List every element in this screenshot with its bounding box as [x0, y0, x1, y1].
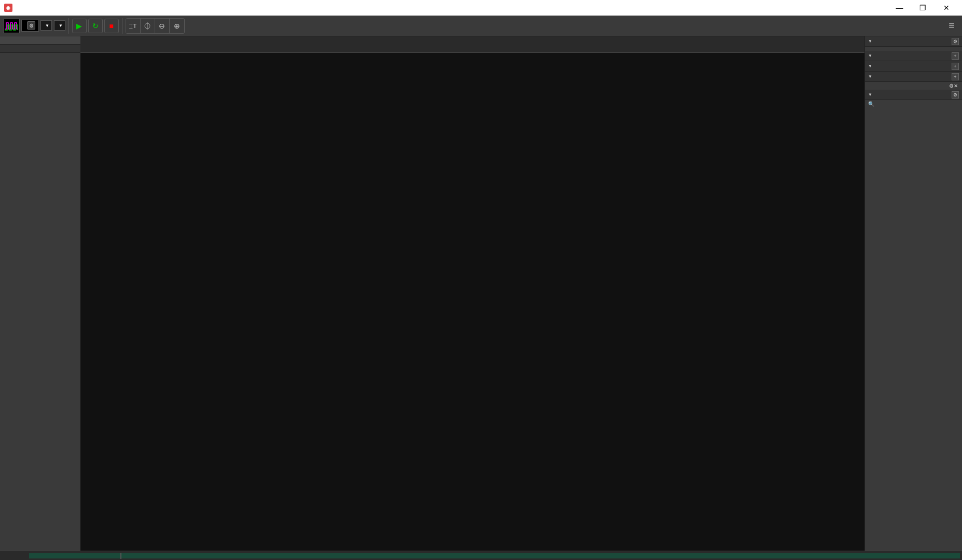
stop-button[interactable]: ■	[104, 19, 119, 33]
analyzers-header[interactable]: ▼ +	[865, 72, 962, 82]
right-sidebar: ▼ ⚙ ▼ + ▼ + ▼ + ⚙ ✕ ▼	[864, 36, 962, 551]
measurements-header[interactable]: ▼ ⚙	[865, 36, 962, 47]
time-ruler[interactable]	[80, 36, 864, 53]
decoded-settings-icon[interactable]: ⚙	[952, 91, 959, 99]
close-button[interactable]: ✕	[934, 0, 958, 16]
timing-markers-header[interactable]: ▼ +	[865, 61, 962, 72]
add-icon[interactable]: +	[952, 52, 959, 60]
zoom-out-button[interactable]: ⊖	[155, 19, 170, 33]
separator	[122, 18, 122, 34]
status-bar	[0, 551, 962, 560]
io-standard-value[interactable]	[0, 45, 80, 53]
collapse-icon: ▼	[868, 92, 872, 97]
results-search: 🔍	[865, 100, 962, 108]
analyzer-row-spi[interactable]: ⚙ ✕	[865, 82, 962, 90]
clock-combo[interactable]: ▼	[54, 20, 65, 31]
search-input[interactable]	[876, 101, 957, 107]
main-area: ▼ ⚙ ▼ + ▼ + ▼ + ⚙ ✕ ▼	[0, 36, 962, 551]
collapse-icon: ▼	[868, 64, 872, 68]
decoded-results-header[interactable]: ▼ ⚙	[865, 90, 962, 100]
analyzer-remove-icon[interactable]: ✕	[954, 83, 958, 89]
maximize-button[interactable]: ❐	[911, 0, 934, 16]
collapse-icon: ▼	[868, 39, 872, 44]
measurements-body	[865, 47, 962, 51]
app-icon: ◉	[4, 4, 12, 12]
main-toolbar: ⚙ ▼ ▼ ▶ ↻ ■ ⌶T ⏀ ⊖ ⊕ ≡	[0, 16, 962, 36]
collapse-icon: ▼	[868, 74, 872, 79]
menu-button[interactable]: ≡	[944, 20, 959, 32]
search-icon: 🔍	[868, 101, 874, 107]
collapse-icon: ▼	[868, 53, 872, 58]
play-button[interactable]: ▶	[72, 19, 87, 33]
decoded-results-list[interactable]	[865, 108, 962, 551]
zoom-in-button[interactable]: ⊕	[170, 19, 184, 33]
status-progress[interactable]	[29, 553, 960, 558]
text-cursor-button[interactable]: ⌶T	[126, 19, 141, 33]
zoom-group: ⌶T ⏀ ⊖ ⊕	[126, 18, 185, 34]
sample-rate-combo[interactable]: ▼	[40, 20, 52, 31]
zoom-fit-button[interactable]: ⏀	[141, 19, 155, 33]
window-titlebar: ◉ — ❐ ✕	[0, 0, 962, 16]
add-icon[interactable]: +	[952, 63, 959, 70]
waveform-canvas[interactable]	[80, 53, 864, 551]
add-icon[interactable]: +	[952, 73, 959, 80]
device-badge[interactable]: ⚙	[21, 20, 39, 32]
pulse-counters-header[interactable]: ▼ +	[865, 51, 962, 61]
io-standard-header[interactable]	[0, 36, 80, 45]
analyzer-settings-icon[interactable]: ⚙	[949, 83, 954, 89]
channel-sidebar	[0, 36, 80, 551]
device-logo	[3, 19, 20, 33]
separator	[68, 18, 69, 34]
waveform-area[interactable]	[80, 36, 864, 551]
loop-button[interactable]: ↻	[88, 19, 103, 33]
device-settings-icon[interactable]: ⚙	[27, 21, 35, 30]
minimize-button[interactable]: —	[888, 0, 911, 16]
measurements-settings-icon[interactable]: ⚙	[952, 38, 959, 45]
